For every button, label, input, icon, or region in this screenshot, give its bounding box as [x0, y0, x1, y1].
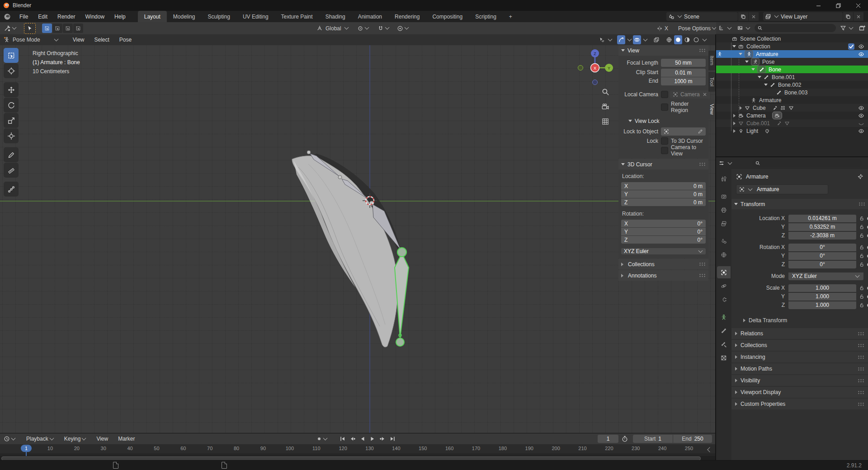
- stopwatch-icon[interactable]: [621, 435, 628, 442]
- bone-joint[interactable]: [338, 175, 342, 179]
- timeline-ruler[interactable]: 1 11020304050607080901001101201301401501…: [0, 444, 715, 453]
- mode-dropdown[interactable]: Pose Mode: [4, 37, 59, 43]
- lock-open-icon[interactable]: [859, 262, 864, 267]
- shading-wireframe-toggle[interactable]: [665, 35, 673, 44]
- camera-to-view-checkbox[interactable]: [661, 147, 668, 154]
- auto-keying-toggle[interactable]: [316, 436, 328, 442]
- transport-play-button[interactable]: [368, 434, 377, 443]
- drag-handle-icon[interactable]: [858, 332, 864, 336]
- properties-tab-tool[interactable]: [717, 173, 731, 185]
- properties-tab-texture[interactable]: [717, 352, 731, 364]
- tab-layout[interactable]: Layout: [138, 11, 167, 22]
- clip-end-field[interactable]: 1000 m: [661, 77, 706, 85]
- lock-open-icon[interactable]: [859, 233, 864, 238]
- disclosure[interactable]: [731, 45, 737, 47]
- drag-handle-icon[interactable]: [699, 262, 706, 266]
- disclosure[interactable]: [763, 84, 769, 86]
- select-subtract-button[interactable]: [63, 24, 73, 33]
- drag-handle-icon[interactable]: [858, 355, 864, 359]
- lock-open-icon[interactable]: [859, 285, 864, 291]
- properties-tab-physics[interactable]: [717, 280, 731, 292]
- tab-texture-paint[interactable]: Texture Paint: [275, 11, 319, 22]
- panel-view-lock-header[interactable]: View Lock: [621, 116, 706, 126]
- drag-handle-icon[interactable]: [699, 273, 706, 277]
- tab-modeling[interactable]: Modeling: [167, 11, 202, 22]
- disclosure[interactable]: [750, 68, 756, 70]
- focal-length-field[interactable]: 50 mm: [661, 59, 706, 67]
- disclosure[interactable]: [757, 76, 762, 78]
- viewport-3d[interactable]: Pose Mode ViewSelectPose Right Orthograp…: [0, 34, 715, 433]
- tab-sculpting[interactable]: Sculpting: [202, 11, 236, 22]
- datablock-name[interactable]: Bone.003: [784, 89, 807, 96]
- scene-unlink-button[interactable]: [749, 12, 759, 21]
- outliner-row-bone-001[interactable]: Bone.001: [716, 73, 868, 81]
- object-selector[interactable]: Armature: [736, 184, 828, 194]
- viewport-menu-pose[interactable]: Pose: [114, 34, 137, 46]
- outliner-row-collection[interactable]: Collection: [716, 42, 868, 50]
- drag-handle-icon[interactable]: [699, 48, 706, 52]
- datablock-name[interactable]: Camera: [746, 113, 766, 119]
- outliner-row-armature[interactable]: Armature: [716, 96, 868, 104]
- properties-tab-render[interactable]: [717, 190, 731, 202]
- tool-scale-button[interactable]: [4, 113, 19, 128]
- view-layer-remove-button[interactable]: [854, 12, 863, 21]
- lock-open-icon[interactable]: [859, 253, 864, 258]
- display-mode-icon[interactable]: [737, 25, 743, 31]
- timeline-menu-marker[interactable]: Marker: [113, 433, 140, 445]
- menu-help[interactable]: Help: [109, 11, 131, 22]
- add-workspace-button[interactable]: +: [503, 11, 519, 22]
- tool-annotate-button[interactable]: [4, 147, 19, 162]
- transform-field[interactable]: 0.53252 m: [788, 223, 856, 231]
- scene-copy-button[interactable]: [738, 12, 748, 21]
- cursor-rotation-y-field[interactable]: Y0°: [621, 228, 706, 235]
- tab-rendering[interactable]: Rendering: [388, 11, 426, 22]
- drag-handle-icon[interactable]: [858, 367, 864, 371]
- select-new-button[interactable]: [42, 24, 52, 33]
- datablock-name[interactable]: Cube.001: [746, 120, 770, 127]
- collection-checkbox[interactable]: [848, 43, 854, 50]
- viewport-camera-view-button[interactable]: [601, 103, 609, 112]
- drag-handle-icon[interactable]: [859, 202, 865, 206]
- lock-open-icon[interactable]: [859, 244, 864, 250]
- viewport-grid-button[interactable]: [601, 118, 609, 127]
- viewport-menu-select[interactable]: Select: [90, 34, 114, 46]
- xray-toggle[interactable]: [652, 35, 660, 44]
- view-layer-copy-button[interactable]: [843, 12, 853, 21]
- outliner-row-light[interactable]: Light: [716, 127, 868, 135]
- tool-transform-button[interactable]: [4, 128, 19, 143]
- panel-view-header[interactable]: View: [618, 45, 708, 56]
- local-camera-checkbox[interactable]: [661, 91, 668, 98]
- transform-panel-header[interactable]: Transform: [731, 199, 868, 209]
- disclosure[interactable]: [731, 129, 737, 133]
- disclosure[interactable]: [738, 106, 743, 110]
- menu-render[interactable]: Render: [52, 11, 80, 22]
- lock-open-icon[interactable]: [859, 302, 864, 308]
- clip-start-field[interactable]: 0.01 m: [661, 69, 706, 77]
- overlays-toggle[interactable]: [633, 35, 641, 44]
- eye-icon[interactable]: [858, 51, 864, 57]
- view-layer-selector[interactable]: View Layer: [763, 12, 843, 21]
- lock-open-icon[interactable]: [859, 294, 864, 299]
- snap-magnet-icon[interactable]: [377, 25, 384, 32]
- editor-type-timeline-icon[interactable]: [4, 436, 16, 442]
- eye-closed-icon[interactable]: [858, 120, 864, 127]
- datablock-name[interactable]: Scene Collection: [740, 36, 781, 42]
- datablock-name[interactable]: Armature: [759, 97, 781, 103]
- viewport-menu-view[interactable]: View: [68, 34, 90, 46]
- tab-animation[interactable]: Animation: [352, 11, 388, 22]
- transform-field[interactable]: 0.014261 m: [788, 215, 856, 222]
- cursor-rotation-z-field[interactable]: Z0°: [621, 236, 706, 244]
- mirror-x-icon[interactable]: [656, 25, 663, 32]
- tool-cursor-button[interactable]: [4, 63, 19, 78]
- minimize-button[interactable]: [808, 0, 828, 11]
- drag-handle-icon[interactable]: [858, 402, 864, 406]
- gizmo-toggle[interactable]: [617, 35, 625, 44]
- properties-search-input[interactable]: [752, 159, 862, 167]
- tool-move-button[interactable]: [4, 82, 19, 97]
- cursor-location-y-field[interactable]: Y0 m: [621, 190, 706, 198]
- timeline-menu-playback[interactable]: Playback: [21, 433, 59, 445]
- drag-handle-icon[interactable]: [858, 343, 864, 348]
- panel-annotations-header[interactable]: Annotations: [618, 270, 708, 281]
- local-camera-field[interactable]: Camera: [670, 90, 710, 99]
- properties-tab-bone-constraint[interactable]: [717, 338, 731, 350]
